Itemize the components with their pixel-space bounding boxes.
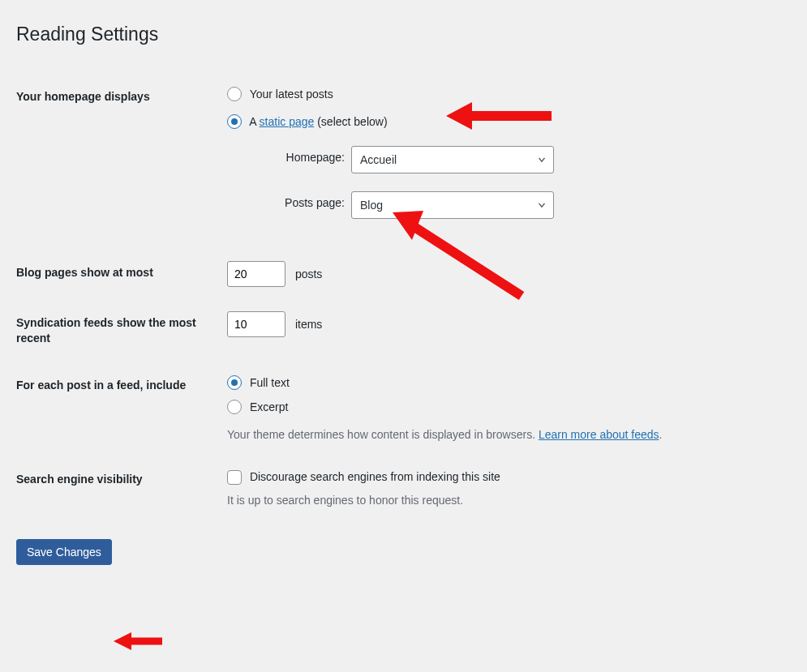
radio-latest-posts-label[interactable]: Your latest posts [227, 85, 783, 105]
radio-static-page-label[interactable]: A static page (select below) [227, 113, 783, 132]
postspage-select-label: Posts page: [276, 194, 345, 213]
homepage-select-label: Homepage: [276, 148, 345, 168]
syndication-items-unit: items [295, 318, 322, 331]
feed-desc-suffix: . [659, 428, 663, 441]
row-label-search-visibility: Search engine visibility [16, 456, 219, 521]
annotation-arrow-icon [114, 629, 162, 653]
save-changes-button[interactable]: Save Changes [16, 539, 112, 565]
settings-form-table: Your homepage displays Your latest posts… [16, 73, 791, 521]
radio-static-page[interactable] [227, 114, 242, 129]
row-label-syndication: Syndication feeds show the most recent [16, 299, 219, 361]
row-label-feed-content: For each post in a feed, include [16, 362, 219, 456]
page-title: Reading Settings [16, 0, 791, 58]
radio-excerpt-label[interactable]: Excerpt [227, 398, 783, 417]
radio-latest-posts[interactable] [227, 87, 242, 101]
radio-full-text-label[interactable]: Full text [227, 374, 783, 393]
radio-static-prefix: A [249, 115, 259, 128]
posts-per-page-input[interactable] [227, 261, 285, 287]
row-label-blog-pages: Blog pages show at most [16, 249, 219, 299]
postspage-select[interactable]: Blog [351, 191, 554, 219]
homepage-select[interactable]: Accueil [351, 146, 554, 173]
svg-marker-2 [114, 632, 131, 650]
radio-excerpt-text: Excerpt [250, 400, 288, 413]
radio-static-suffix: (select below) [314, 115, 387, 128]
feed-desc-prefix: Your theme determines how content is dis… [227, 428, 539, 441]
radio-full-text[interactable] [227, 375, 242, 390]
feed-content-description: Your theme determines how content is dis… [227, 426, 783, 443]
radio-excerpt[interactable] [227, 400, 242, 414]
learn-more-feeds-link[interactable]: Learn more about feeds [539, 428, 659, 441]
checkbox-discourage-label[interactable]: Discourage search engines from indexing … [227, 468, 783, 487]
static-page-sub-options: Homepage: Accueil [243, 146, 783, 219]
syndication-items-input[interactable] [227, 311, 285, 337]
radio-full-text-text: Full text [250, 376, 290, 389]
checkbox-discourage-text: Discourage search engines from indexing … [250, 470, 500, 483]
search-visibility-description: It is up to search engines to honor this… [227, 492, 783, 509]
static-page-link[interactable]: static page [260, 115, 315, 128]
checkbox-discourage[interactable] [227, 470, 242, 485]
posts-per-page-unit: posts [295, 268, 322, 280]
row-label-homepage: Your homepage displays [16, 73, 219, 250]
radio-latest-posts-text: Your latest posts [250, 88, 333, 101]
